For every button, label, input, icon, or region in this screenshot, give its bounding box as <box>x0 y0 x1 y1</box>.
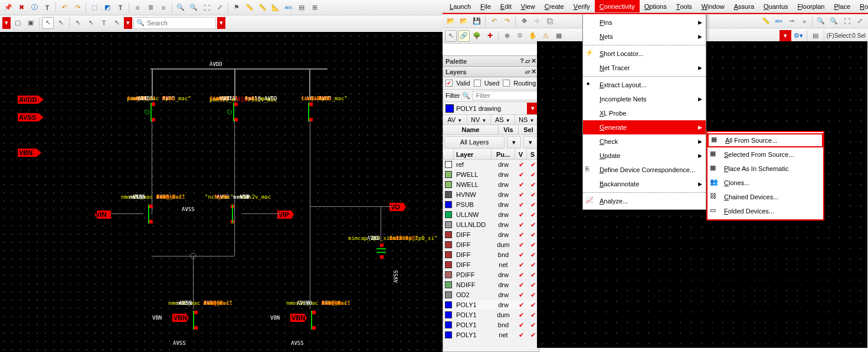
layer-row[interactable]: HVNWdrw✔✔ <box>443 190 539 200</box>
schematic-canvas[interactable]: AVDD AVDD AVSS VBN VIN VIP VO pmos2v_mac… <box>0 32 443 352</box>
search-box[interactable]: 🔍 <box>133 17 216 29</box>
target-icon[interactable]: ⊕ <box>501 30 513 42</box>
menu-file[interactable]: File <box>476 0 496 12</box>
layer-row[interactable]: refdrw✔✔ <box>443 160 539 170</box>
menu-view[interactable]: View <box>516 0 540 12</box>
layer-row[interactable]: ULLNWdrw✔✔ <box>443 210 539 220</box>
layer-row[interactable]: ULLNLDDdrw✔✔ <box>443 220 539 230</box>
cursor-t-icon[interactable]: T <box>98 17 110 29</box>
redo-icon[interactable]: ↷ <box>71 2 83 14</box>
undo-icon[interactable]: ↶ <box>58 2 70 14</box>
menu-window[interactable]: Window <box>697 0 729 12</box>
search-dropdown[interactable]: ▾ <box>217 17 225 29</box>
layer-row[interactable]: POLY1drw✔✔ <box>443 300 539 310</box>
pin-vin[interactable]: VIN <box>94 210 111 219</box>
col-name[interactable]: Name <box>443 125 499 134</box>
shape1-icon[interactable]: ⬚ <box>89 2 100 14</box>
layer-row[interactable]: DIFFdum✔✔ <box>443 240 539 250</box>
submenu-item-folded-devices-[interactable]: ▭Folded Devices... <box>707 204 823 218</box>
cursor3-icon[interactable]: ↖ <box>72 17 84 29</box>
layer-row[interactable]: OD2drw✔✔ <box>443 290 539 300</box>
menu-item-define-device-correspondence-[interactable]: ⎘Define Device Correspondence... <box>583 163 706 177</box>
cursor2-icon[interactable]: ↖ <box>55 17 67 29</box>
search-input[interactable] <box>147 19 194 27</box>
abc-r-icon[interactable]: abc <box>773 15 785 27</box>
menu-options[interactable]: Options <box>640 0 672 12</box>
open2-icon[interactable]: 📂 <box>458 15 470 27</box>
menu-edit[interactable]: Edit <box>496 0 516 12</box>
hand-icon[interactable]: ✋ <box>527 30 539 42</box>
zoom-in-r-icon[interactable]: 🔍 <box>815 15 827 27</box>
all-sel-button[interactable]: ▾ <box>523 136 538 149</box>
menu-item-check[interactable]: Check▶ <box>583 134 706 149</box>
menu-route[interactable]: Route <box>855 0 868 12</box>
toggle-as[interactable]: AS ▼ <box>491 115 515 124</box>
menu-item-backannotate[interactable]: Backannotate▶ <box>583 177 706 191</box>
pin-avdd[interactable]: AVDD <box>18 96 44 104</box>
wheel-icon[interactable]: ⚙ <box>514 30 526 42</box>
tree-icon[interactable]: 🌳 <box>471 30 483 42</box>
valid-checkbox[interactable]: ✔ <box>446 80 453 87</box>
layers-detach-icon[interactable]: ▱ <box>525 68 530 75</box>
cursor-dropdown[interactable]: ▾ <box>124 17 132 29</box>
save-icon[interactable]: 💾 <box>471 15 483 27</box>
gear-icon[interactable]: ⚙▾ <box>792 30 804 42</box>
shape2-icon[interactable]: ◩ <box>101 2 113 14</box>
pin-vip[interactable]: VIP <box>277 210 294 219</box>
panel-r-icon[interactable]: ▤ <box>810 30 821 42</box>
menu-item-nets[interactable]: Nets▶ <box>583 29 706 44</box>
layer-row[interactable]: POLY1net✔✔ <box>443 330 539 340</box>
ruler1-icon[interactable]: 📏 <box>244 2 256 14</box>
zoom-out-icon[interactable]: 🔍 <box>188 2 199 14</box>
layer-row[interactable]: NWELLdrw✔✔ <box>443 180 539 190</box>
undo2-icon[interactable]: ↶ <box>488 15 500 27</box>
expand-icon[interactable]: ⤢ <box>214 2 225 14</box>
menu-quantus[interactable]: Quantus <box>759 0 793 12</box>
close-panel-icon[interactable]: ✕ <box>531 57 536 65</box>
menu-item-generate[interactable]: Generate▶ <box>583 120 706 134</box>
menu-item-incomplete-nets[interactable]: Incomplete Nets▶ <box>583 92 706 106</box>
cursor5-icon[interactable]: ↖ <box>111 17 123 29</box>
menu-place[interactable]: Place <box>829 0 855 12</box>
menu-item-update[interactable]: Update▶ <box>583 149 706 163</box>
menu-create[interactable]: Create <box>540 0 569 12</box>
detach-icon[interactable]: ▱ <box>525 57 530 65</box>
align-c-icon[interactable]: ≣ <box>145 2 156 14</box>
layer-row[interactable]: DIFFnet✔✔ <box>443 260 539 270</box>
flag-icon[interactable]: ⚑ <box>231 2 243 14</box>
fit-icon[interactable]: ⛶ <box>201 2 212 14</box>
ruler3-icon[interactable]: 📐 <box>270 2 281 14</box>
copy-icon[interactable]: ⿻ <box>544 15 556 27</box>
net-sel-icon[interactable]: 🔗 <box>458 30 470 42</box>
menu-item-extract-layout-[interactable]: ✦Extract Layout... <box>583 78 706 92</box>
info-icon[interactable]: ⓘ <box>28 2 40 14</box>
pin-vbn[interactable]: VBN <box>18 149 41 157</box>
sel-mode-dropdown[interactable]: ▾ <box>2 17 11 29</box>
expand-r-icon[interactable]: ⤢ <box>854 15 866 27</box>
toggle-ns[interactable]: NS ▼ <box>515 115 539 124</box>
mode-dropdown-r[interactable]: ▾ <box>779 30 791 42</box>
menu-item-xl-probe[interactable]: XL Probe <box>583 106 706 120</box>
cursor4-icon[interactable]: ↖ <box>85 17 97 29</box>
warn-icon[interactable]: ⚠ <box>540 30 552 42</box>
align-r-icon[interactable]: ≡ <box>158 2 169 14</box>
layer-row[interactable]: NDIFFdrw✔✔ <box>443 280 539 290</box>
menu-verify[interactable]: Verify <box>569 0 595 12</box>
submenu-item-chained-devices-[interactable]: ⛓Chained Devices... <box>707 190 823 204</box>
submenu-item-clones-[interactable]: 👥Clones... <box>707 176 823 190</box>
zoom-out-r-icon[interactable]: 🔍 <box>828 15 840 27</box>
routing-checkbox[interactable] <box>503 80 510 87</box>
submenu-item-all-from-source-[interactable]: ▦All From Source... <box>707 133 823 147</box>
pin-avss[interactable]: AVSS <box>18 113 44 121</box>
handle-icon[interactable]: ⊹ <box>531 15 543 27</box>
panel-icon[interactable]: ▤ <box>296 2 307 14</box>
menu-floorplan[interactable]: Floorplan <box>793 0 830 12</box>
grid-icon[interactable]: ⊞ <box>309 2 320 14</box>
all-layers-button[interactable]: All Layers <box>444 136 505 149</box>
move-icon[interactable]: ✥ <box>518 15 530 27</box>
layer-table[interactable]: refdrw✔✔PWELLdrw✔✔NWELLdrw✔✔HVNWdrw✔✔PSU… <box>443 160 539 343</box>
layer-row[interactable]: DIFFbnd✔✔ <box>443 250 539 260</box>
menu-item-analyze-[interactable]: 📈Analyze... <box>583 194 706 208</box>
menu-launch[interactable]: Launch <box>445 0 476 12</box>
text-icon[interactable]: T <box>41 2 53 14</box>
